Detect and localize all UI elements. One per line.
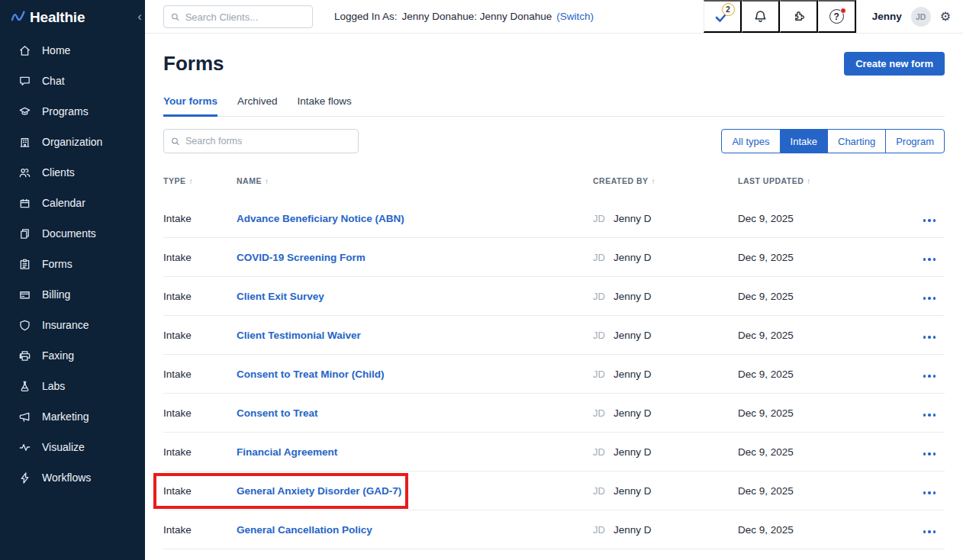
last-updated: Dec 9, 2025 [738, 330, 914, 341]
switch-user-link[interactable]: (Switch) [556, 11, 594, 22]
sidebar-item-visualize[interactable]: Visualize [0, 432, 145, 462]
filter-charting[interactable]: Charting [827, 129, 886, 153]
clients-icon [18, 166, 31, 179]
creator-initials: JD [593, 485, 605, 497]
sort-asc-icon: ↑ [265, 177, 269, 185]
creator-name: Jenny D [614, 485, 652, 497]
sidebar-item-insurance[interactable]: Insurance [0, 310, 145, 340]
creator-initials: JD [593, 291, 605, 302]
sidebar-item-organization[interactable]: Organization [0, 127, 145, 157]
form-name-link[interactable]: Financial Agreement [237, 446, 337, 458]
creator-name: Jenny D [614, 330, 652, 341]
main-column: Logged In As: Jenny Donahue: Jenny Donah… [145, 0, 963, 560]
filter-all-types[interactable]: All types [721, 129, 780, 153]
row-actions-button[interactable] [914, 286, 945, 307]
tab-archived[interactable]: Archived [237, 95, 278, 117]
tab-your-forms[interactable]: Your forms [163, 95, 217, 117]
sidebar-item-home[interactable]: Home [0, 35, 145, 66]
row-actions-button[interactable] [914, 364, 945, 385]
table-row: Intake COVID-19 Screening Form JDJenny D… [163, 238, 945, 277]
row-actions-button[interactable] [914, 481, 945, 501]
sidebar-collapse-button[interactable]: ‹ [137, 9, 142, 24]
settings-button[interactable]: ⚙ [940, 11, 951, 23]
form-name-link[interactable]: Client Testimonial Waiver [237, 330, 361, 341]
sidebar-item-label: Visualize [42, 441, 85, 453]
last-updated: Dec 9, 2025 [738, 213, 914, 224]
notifications-button[interactable] [742, 0, 780, 33]
row-actions-button[interactable] [914, 442, 945, 462]
row-actions-button[interactable] [914, 208, 945, 229]
form-name-link[interactable]: Advance Beneficiary Notice (ABN) [237, 213, 404, 224]
row-actions-button[interactable] [914, 403, 945, 423]
search-icon [171, 12, 180, 22]
tab-intake-flows[interactable]: Intake flows [298, 95, 352, 117]
filter-intake[interactable]: Intake [780, 129, 828, 153]
sidebar-item-calendar[interactable]: Calendar [0, 188, 145, 218]
sidebar-item-documents[interactable]: Documents [0, 218, 145, 249]
table-row-highlighted: Intake General Anxiety Disorder (GAD-7) … [163, 471, 945, 510]
sidebar-item-label: Calendar [42, 197, 85, 209]
row-actions-button[interactable] [914, 325, 945, 346]
healthie-logo-icon [11, 8, 26, 27]
form-type: Intake [163, 252, 237, 263]
form-name-link[interactable]: General Cancellation Policy [237, 524, 372, 536]
help-notification-dot [840, 8, 846, 14]
creator-initials: JD [593, 407, 605, 419]
sidebar-item-faxing[interactable]: Faxing [0, 340, 145, 371]
logo-text: Healthie [30, 9, 85, 26]
creator-name: Jenny D [614, 213, 652, 224]
documents-icon [18, 227, 31, 240]
sidebar-item-label: Organization [42, 136, 102, 148]
sidebar-item-forms[interactable]: Forms [0, 249, 145, 279]
column-header-type[interactable]: TYPE↑ [163, 176, 237, 185]
creator-initials: JD [593, 446, 605, 458]
sort-asc-icon: ↑ [188, 177, 193, 185]
search-forms-input[interactable] [185, 136, 351, 146]
create-new-form-button[interactable]: Create new form [844, 52, 945, 76]
search-icon [171, 137, 180, 146]
ellipsis-icon [922, 446, 937, 458]
search-clients-input[interactable] [185, 11, 305, 23]
sidebar-item-marketing[interactable]: Marketing [0, 401, 145, 432]
column-header-created-by[interactable]: CREATED BY↑ [593, 176, 738, 185]
pulse-chart-icon [18, 441, 31, 454]
row-actions-button[interactable] [914, 520, 945, 540]
chevron-left-icon: ‹ [137, 9, 142, 24]
flask-icon [18, 380, 31, 393]
chat-icon [18, 75, 31, 88]
tasks-button[interactable]: 2 [704, 0, 742, 33]
column-header-last-updated[interactable]: LAST UPDATED↑ [738, 176, 914, 185]
last-updated: Dec 9, 2025 [738, 291, 914, 302]
sidebar-item-clients[interactable]: Clients [0, 157, 145, 188]
table-row: Intake Advance Beneficiary Notice (ABN) … [163, 199, 945, 238]
sidebar-item-programs[interactable]: Programs [0, 96, 145, 127]
form-name-link[interactable]: Consent to Treat [237, 407, 318, 419]
help-button[interactable]: ? [818, 0, 856, 33]
ellipsis-icon [922, 369, 937, 380]
column-header-name[interactable]: NAME↑ [237, 176, 593, 185]
sidebar-item-chat[interactable]: Chat [0, 66, 145, 96]
creator-initials: JD [593, 330, 605, 341]
form-type: Intake [163, 524, 237, 536]
integrations-button[interactable] [780, 0, 818, 33]
filter-program[interactable]: Program [885, 129, 945, 153]
fax-icon [18, 349, 31, 362]
sort-asc-icon: ↑ [807, 177, 811, 185]
form-name-link[interactable]: Client Exit Survey [237, 291, 324, 302]
row-actions-button[interactable] [914, 247, 945, 268]
table-row: Intake General Cancellation Policy JDJen… [163, 510, 945, 549]
sidebar-item-labs[interactable]: Labs [0, 371, 145, 401]
ellipsis-icon [922, 330, 937, 341]
creator-name: Jenny D [614, 524, 652, 536]
sidebar-item-workflows[interactable]: Workflows [0, 462, 145, 493]
ellipsis-icon [922, 407, 937, 419]
sidebar-item-billing[interactable]: Billing [0, 279, 145, 310]
form-type: Intake [163, 485, 237, 497]
form-name-link[interactable]: General Anxiety Disorder (GAD-7) [237, 485, 401, 497]
form-name-link[interactable]: COVID-19 Screening Form [237, 252, 366, 263]
tasks-badge: 2 [722, 3, 735, 16]
form-type: Intake [163, 407, 237, 419]
form-name-link[interactable]: Consent to Treat Minor (Child) [237, 369, 385, 380]
avatar[interactable]: JD [911, 7, 931, 27]
forms-search [163, 129, 359, 153]
